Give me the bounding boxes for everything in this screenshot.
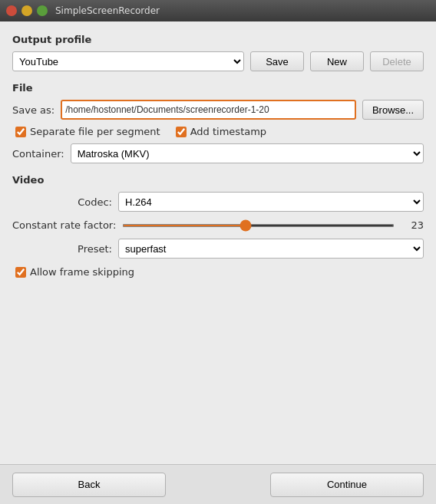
- profile-row: YouTube Default Custom Save New Delete: [12, 51, 424, 71]
- save-as-label: Save as:: [12, 104, 54, 116]
- save-button[interactable]: Save: [250, 51, 304, 71]
- preset-label: Preset:: [12, 243, 112, 255]
- crf-value: 23: [405, 219, 424, 231]
- window-title: SimpleScreenRecorder: [55, 5, 160, 16]
- file-section: File Save as: Browse... Separate file pe…: [12, 82, 424, 163]
- main-content: Output profile YouTube Default Custom Sa…: [0, 21, 436, 464]
- profile-select[interactable]: YouTube Default Custom: [12, 51, 244, 71]
- video-section: Video Codec: H.264 H.265 VP8 VP9 Constan…: [12, 174, 424, 278]
- allow-skip-checkbox[interactable]: [15, 267, 26, 278]
- bottom-bar: Back Continue: [0, 464, 436, 504]
- crf-slider[interactable]: [122, 224, 395, 227]
- close-button[interactable]: [6, 5, 17, 16]
- save-as-input[interactable]: [61, 100, 356, 120]
- container-row: Container: Matroska (MKV) MP4 AVI OGG: [12, 143, 424, 163]
- container-label: Container:: [12, 148, 64, 160]
- save-as-row: Save as: Browse...: [12, 100, 424, 120]
- allow-skip-label: Allow frame skipping: [30, 266, 134, 278]
- checkboxes-row: Separate file per segment Add timestamp: [15, 126, 424, 137]
- preset-select[interactable]: superfast veryfast faster fast medium sl…: [118, 239, 424, 259]
- file-header: File: [12, 82, 424, 94]
- maximize-button[interactable]: [37, 5, 48, 16]
- add-timestamp-checkbox[interactable]: [176, 127, 187, 137]
- add-timestamp-label: Add timestamp: [190, 126, 266, 137]
- codec-row: Codec: H.264 H.265 VP8 VP9: [12, 192, 424, 212]
- crf-slider-container: [122, 224, 395, 227]
- continue-button[interactable]: Continue: [270, 473, 424, 497]
- titlebar: SimpleScreenRecorder: [0, 0, 436, 21]
- separate-file-checkbox[interactable]: [15, 127, 26, 137]
- output-profile-header: Output profile: [12, 34, 424, 45]
- allow-skip-row[interactable]: Allow frame skipping: [15, 266, 424, 278]
- minimize-button[interactable]: [21, 5, 32, 16]
- separate-file-checkbox-item[interactable]: Separate file per segment: [15, 126, 160, 137]
- new-button[interactable]: New: [310, 51, 364, 71]
- delete-button[interactable]: Delete: [370, 51, 424, 71]
- video-header: Video: [12, 174, 424, 186]
- add-timestamp-checkbox-item[interactable]: Add timestamp: [176, 126, 266, 137]
- container-select[interactable]: Matroska (MKV) MP4 AVI OGG: [71, 143, 424, 163]
- codec-label: Codec:: [12, 196, 112, 208]
- crf-label: Constant rate factor:: [12, 219, 116, 231]
- codec-select[interactable]: H.264 H.265 VP8 VP9: [118, 192, 424, 212]
- preset-row: Preset: superfast veryfast faster fast m…: [12, 239, 424, 259]
- browse-button[interactable]: Browse...: [362, 100, 424, 120]
- separate-file-label: Separate file per segment: [30, 126, 160, 137]
- crf-row: Constant rate factor: 23: [12, 219, 424, 231]
- back-button[interactable]: Back: [12, 473, 166, 497]
